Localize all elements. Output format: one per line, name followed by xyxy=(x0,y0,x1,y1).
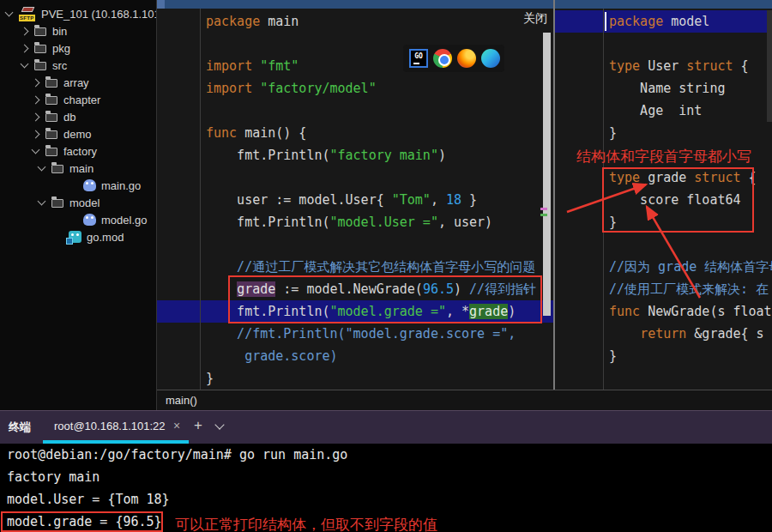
code-line[interactable]: return &grade{ s } xyxy=(555,323,772,345)
code-line[interactable]: //使用工厂模式来解决: 在 g xyxy=(555,278,772,300)
chevron-right-icon[interactable] xyxy=(21,27,29,35)
close-button[interactable]: 关闭 xyxy=(523,11,547,27)
tree-item[interactable]: factory xyxy=(0,142,156,160)
editor-top-strip-indicator xyxy=(157,0,165,9)
new-terminal-icon[interactable]: + xyxy=(194,417,202,434)
tree-item[interactable]: go.mod xyxy=(0,228,156,245)
terminal-line: root@debian:/go/factory/main# go run mai… xyxy=(0,444,772,466)
code-line[interactable] xyxy=(157,166,553,189)
code-line[interactable]: } xyxy=(157,367,553,390)
tree-item[interactable]: pkg xyxy=(0,39,156,57)
chrome-icon[interactable] xyxy=(433,49,452,68)
firefox-icon[interactable] xyxy=(457,49,476,68)
tree-item-label: bin xyxy=(52,25,67,38)
chevron-down-icon[interactable] xyxy=(5,9,14,17)
code-line[interactable]: user := model.User{ "Tom", 18 } xyxy=(157,189,553,211)
gomod-icon xyxy=(69,231,81,243)
editor-pane-model-go[interactable]: package modeltype User struct { Name str… xyxy=(555,9,772,390)
terminal-line: factory main xyxy=(0,466,772,488)
chevron-right-icon[interactable] xyxy=(32,95,40,104)
terminal-output[interactable]: root@debian:/go/factory/main# go run mai… xyxy=(0,444,772,532)
terminal-line: model.User = {Tom 18} xyxy=(0,488,772,511)
tree-item-label: factory xyxy=(63,145,97,158)
tree-item[interactable]: model.go xyxy=(0,211,156,228)
code-line[interactable]: fmt.Println("model.User =", user) xyxy=(157,211,553,233)
file-explorer-sidebar: SFTPPVE_101 (10.168.1.101/wbinpkgsrcarra… xyxy=(0,0,156,410)
code-line[interactable] xyxy=(555,33,772,55)
terminal-dropdown-icon[interactable] xyxy=(214,420,224,429)
tree-item[interactable]: db xyxy=(0,108,156,125)
chevron-down-icon[interactable] xyxy=(32,146,40,154)
terminal-panel-label: 终端 xyxy=(9,420,31,435)
tree-item-label: pkg xyxy=(52,42,70,55)
terminal-tab-close-icon[interactable]: × xyxy=(173,419,180,432)
tree-item-label: main.go xyxy=(101,179,141,192)
code-line[interactable]: func NewGrade(s float6 xyxy=(555,300,772,323)
code-line[interactable]: Age int xyxy=(555,100,772,122)
code-line[interactable]: fmt.Println("factory main") xyxy=(157,144,553,166)
code-line[interactable]: //因为 grade 结构体首字母 xyxy=(555,256,772,278)
code-line[interactable] xyxy=(555,233,772,256)
code-line[interactable] xyxy=(157,100,553,122)
taskbar-switcher: GO xyxy=(403,45,504,72)
left-editor-scrollbar[interactable] xyxy=(543,33,551,316)
tree-item-label: src xyxy=(52,59,67,72)
tree-item-label: demo xyxy=(63,128,92,141)
tree-item[interactable]: main.go xyxy=(0,177,156,194)
folder-icon xyxy=(45,130,57,139)
tree-item[interactable]: demo xyxy=(0,125,156,142)
tree-item-label: array xyxy=(63,76,89,89)
tree-item-label: PVE_101 (10.168.1.101/w xyxy=(41,8,156,21)
tree-item[interactable]: chapter xyxy=(0,91,156,108)
code-line[interactable]: grade := model.NewGrade(96.5) //得到指针 xyxy=(157,278,553,300)
folder-icon xyxy=(45,148,57,156)
code-line[interactable]: grade.score) xyxy=(157,345,553,367)
tree-item[interactable]: main xyxy=(0,160,156,177)
text-caret xyxy=(605,12,606,31)
right-editor-scrollbar[interactable] xyxy=(767,10,772,122)
code-line[interactable]: //通过工厂模式解决其它包结构体首字母小写的问题 xyxy=(157,256,553,278)
code-line[interactable]: score float64 xyxy=(555,189,772,211)
editor-split-divider[interactable] xyxy=(553,0,555,410)
code-line[interactable]: import "factory/model" xyxy=(157,77,553,100)
chevron-right-icon[interactable] xyxy=(32,130,40,138)
code-line[interactable]: package model xyxy=(555,10,772,33)
goland-icon[interactable]: GO xyxy=(409,49,428,68)
gutter-separator-right xyxy=(603,9,604,390)
code-line[interactable]: //fmt.Println("model.grade.score =", xyxy=(157,323,553,345)
code-line[interactable]: func main() { xyxy=(157,122,553,144)
code-line[interactable]: Name string xyxy=(555,77,772,100)
tree-item[interactable]: src xyxy=(0,57,156,74)
code-area-right: package modeltype User struct { Name str… xyxy=(555,10,772,367)
gutter-separator-left xyxy=(200,9,201,390)
code-line[interactable]: } xyxy=(555,345,772,367)
code-line[interactable]: fmt.Println("model.grade =", *grade) xyxy=(157,300,553,323)
folder-icon xyxy=(34,27,46,36)
scrollbar-change-mark-pink xyxy=(540,208,547,210)
tree-item-label: go.mod xyxy=(87,231,124,244)
folder-icon xyxy=(34,45,46,53)
chevron-down-icon[interactable] xyxy=(21,60,29,69)
code-line[interactable]: } xyxy=(555,211,772,233)
breadcrumb[interactable]: main() xyxy=(166,394,197,407)
tree-item[interactable]: array xyxy=(0,74,156,91)
terminal-line: model.grade = {96.5} xyxy=(0,511,772,532)
code-line[interactable]: package main xyxy=(157,10,553,33)
edge-icon[interactable] xyxy=(481,49,500,68)
folder-icon xyxy=(34,62,46,70)
chevron-down-icon[interactable] xyxy=(38,163,46,172)
tree-item[interactable]: model xyxy=(0,194,156,211)
terminal-tab[interactable]: root@10.168.1.101:22 xyxy=(54,420,166,432)
code-line[interactable]: type User struct { xyxy=(555,55,772,77)
code-line[interactable]: type grade struct { xyxy=(555,166,772,189)
code-line[interactable]: } xyxy=(555,122,772,144)
chevron-down-icon[interactable] xyxy=(38,197,46,206)
chevron-right-icon[interactable] xyxy=(21,44,29,52)
chevron-right-icon[interactable] xyxy=(32,112,40,121)
tree-item[interactable]: SFTPPVE_101 (10.168.1.101/w xyxy=(0,5,156,22)
code-line[interactable] xyxy=(555,144,772,166)
chevron-right-icon[interactable] xyxy=(32,78,40,87)
code-line[interactable] xyxy=(157,233,553,256)
tree-item[interactable]: bin xyxy=(0,22,156,39)
folder-icon xyxy=(45,113,57,122)
